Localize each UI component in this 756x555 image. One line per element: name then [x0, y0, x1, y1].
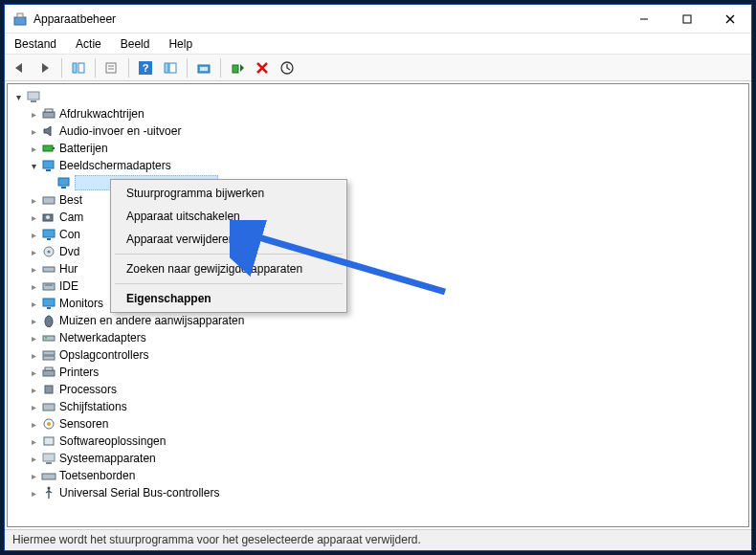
tree-item-sensors[interactable]: Sensoren	[11, 415, 748, 433]
ctx-disable-device[interactable]: Apparaat uitschakelen	[113, 205, 345, 228]
back-button[interactable]	[9, 56, 32, 79]
device-manager-window: Apparaatbeheer Bestand Actie Beeld Help	[4, 4, 752, 551]
menubar: Bestand Actie Beeld Help	[5, 33, 751, 55]
titlebar: Apparaatbeheer	[5, 5, 751, 33]
tree-item-label: Netwerkadapters	[59, 331, 146, 344]
svg-rect-46	[43, 351, 55, 355]
ctx-update-driver[interactable]: Stuurprogramma bijwerken	[113, 182, 345, 205]
chevron-right-icon[interactable]	[27, 367, 40, 378]
tree-root[interactable]	[11, 88, 748, 105]
chevron-right-icon[interactable]	[27, 471, 40, 481]
chevron-right-icon[interactable]	[27, 385, 40, 395]
svg-rect-17	[233, 65, 238, 73]
storage-icon	[41, 347, 56, 363]
tree-item-mice[interactable]: Muizen en andere aanwijsapparaten	[11, 312, 748, 329]
printer-icon	[41, 365, 56, 380]
chevron-right-icon[interactable]	[27, 436, 40, 447]
svg-rect-29	[58, 178, 69, 186]
chevron-right-icon[interactable]	[27, 144, 40, 154]
uninstall-device-button[interactable]	[251, 56, 274, 79]
tree-item-disks[interactable]: Schijfstations	[11, 398, 748, 415]
svg-rect-25	[43, 145, 53, 151]
chevron-right-icon[interactable]	[27, 316, 40, 326]
ctx-uninstall-device[interactable]: Apparaat verwijderen	[113, 228, 345, 251]
chevron-right-icon[interactable]	[27, 247, 40, 257]
tree-item-print-queues[interactable]: Afdrukwachtrijen	[11, 105, 748, 122]
ctx-properties[interactable]: Eigenschappen	[113, 287, 345, 310]
chevron-right-icon[interactable]	[27, 281, 40, 292]
menu-file[interactable]: Bestand	[11, 35, 60, 53]
tree-item-label: Printers	[59, 366, 99, 379]
svg-rect-47	[43, 356, 55, 360]
tree-item-software[interactable]: Softwareoplossingen	[11, 433, 748, 450]
chevron-right-icon[interactable]	[27, 264, 40, 275]
tree-item-label: Schijfstations	[59, 400, 127, 413]
svg-rect-42	[47, 307, 51, 309]
svg-rect-49	[45, 367, 53, 370]
battery-icon	[41, 141, 56, 156]
tree-item-label: Best	[59, 193, 82, 207]
tree-item-storage[interactable]: Opslagcontrollers	[11, 346, 748, 364]
menu-action[interactable]: Actie	[72, 35, 105, 53]
chevron-right-icon[interactable]	[27, 333, 40, 344]
tree-item-keyboards[interactable]: Toetsenborden	[11, 467, 748, 484]
chevron-right-icon[interactable]	[27, 212, 40, 223]
app-icon	[12, 11, 28, 27]
forward-button[interactable]	[33, 56, 56, 79]
tree-item-system[interactable]: Systeemapparaten	[11, 450, 748, 467]
tree-item-label: Toetsenborden	[59, 469, 135, 482]
update-driver-button[interactable]	[276, 56, 299, 79]
enable-device-button[interactable]	[226, 56, 249, 79]
chevron-right-icon[interactable]	[27, 299, 40, 309]
chevron-right-icon[interactable]	[27, 419, 40, 430]
ctx-scan-hardware[interactable]: Zoeken naar gewijzigde apparaten	[113, 257, 345, 280]
chevron-right-icon[interactable]	[27, 454, 40, 464]
svg-rect-21	[28, 92, 39, 100]
tree-item-label: Con	[59, 228, 80, 241]
tree-item-printers[interactable]: Printers	[11, 364, 748, 381]
tree-item-network[interactable]: Netwerkadapters	[11, 329, 748, 346]
chevron-right-icon[interactable]	[27, 402, 40, 412]
computer-icon	[26, 89, 41, 104]
svg-rect-22	[31, 100, 36, 102]
chevron-right-icon[interactable]	[27, 126, 40, 137]
svg-rect-27	[43, 161, 54, 168]
tree-item-label: Muizen en andere aanwijsapparaten	[59, 314, 244, 327]
chevron-down-icon[interactable]	[11, 92, 25, 102]
chevron-right-icon[interactable]	[27, 195, 40, 206]
svg-rect-39	[43, 283, 55, 290]
svg-rect-6	[73, 63, 77, 73]
export-button[interactable]	[159, 56, 182, 79]
maximize-button[interactable]	[665, 5, 708, 33]
help-button[interactable]: ?	[134, 56, 157, 79]
minimize-button[interactable]	[622, 5, 665, 33]
properties-button[interactable]	[100, 56, 123, 79]
tree-item-processors[interactable]: Processors	[11, 381, 748, 398]
toolbar-separator	[220, 58, 221, 78]
tree-item-label: Batterijen	[59, 142, 108, 155]
svg-rect-26	[53, 147, 55, 149]
tree-item-display-adapters[interactable]: Beeldschermadapters	[11, 157, 748, 174]
controller-icon	[41, 278, 56, 294]
show-hide-tree-button[interactable]	[67, 56, 90, 79]
tree-item-batteries[interactable]: Batterijen	[11, 140, 748, 157]
svg-point-53	[47, 422, 51, 426]
cpu-icon	[41, 382, 56, 397]
svg-rect-51	[43, 404, 55, 411]
tree-item-label: IDE	[59, 279, 78, 293]
chevron-right-icon[interactable]	[27, 488, 40, 499]
close-button[interactable]	[708, 5, 751, 33]
display-adapter-icon	[41, 158, 56, 173]
chevron-right-icon[interactable]	[27, 230, 40, 240]
tree-item-audio[interactable]: Audio-invoer en -uitvoer	[11, 122, 748, 140]
chevron-right-icon[interactable]	[27, 350, 40, 361]
chevron-down-icon[interactable]	[27, 161, 40, 171]
menu-help[interactable]: Help	[165, 35, 196, 53]
statusbar-text: Hiermee wordt het stuurprogramma voor he…	[12, 533, 421, 546]
scan-hardware-button[interactable]	[192, 56, 215, 79]
tree-item-usb[interactable]: Universal Serial Bus-controllers	[11, 484, 748, 501]
svg-rect-48	[43, 370, 55, 376]
menu-view[interactable]: Beeld	[117, 35, 154, 53]
tree-item-label: Beeldschermadapters	[59, 159, 171, 172]
chevron-right-icon[interactable]	[27, 109, 40, 120]
